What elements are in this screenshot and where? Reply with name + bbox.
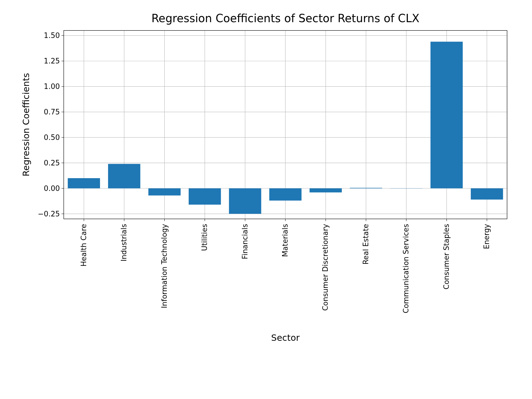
- x-tick-label: Materials: [281, 224, 289, 257]
- x-tick-label: Consumer Discretionary: [321, 224, 329, 311]
- bar-1: [108, 164, 140, 188]
- x-tick-label: Information Technology: [160, 224, 168, 308]
- x-tick-label: Communication Services: [402, 224, 410, 313]
- bar-2: [148, 188, 180, 196]
- bar-7: [350, 188, 382, 188]
- bar-0: [68, 178, 100, 188]
- bar-3: [189, 188, 221, 205]
- x-tick-label: Consumer Staples: [442, 224, 451, 290]
- y-tick-label: 0.75: [44, 108, 60, 116]
- bar-5: [269, 188, 301, 201]
- chart-title: Regression Coefficients of Sector Return…: [151, 12, 419, 25]
- x-axis: Health CareIndustrialsInformation Techno…: [80, 219, 491, 313]
- y-tick-label: 1.25: [44, 57, 60, 65]
- bar-8: [390, 188, 422, 189]
- x-tick-label: Real Estate: [362, 224, 370, 265]
- x-tick-label: Financials: [241, 224, 249, 259]
- y-tick-label: −0.25: [38, 210, 60, 218]
- chart-svg: Regression Coefficients of Sector Return…: [17, 8, 515, 391]
- y-tick-label: 0.50: [44, 133, 60, 142]
- y-tick-label: 0.25: [44, 159, 60, 167]
- y-axis: −0.250.000.250.500.751.001.251.50: [38, 31, 64, 218]
- bar-10: [471, 188, 503, 200]
- chart-container: Regression Coefficients of Sector Return…: [17, 8, 515, 391]
- x-axis-label: Sector: [271, 332, 300, 343]
- bar-9: [431, 42, 463, 188]
- x-tick-label: Utilities: [200, 224, 209, 251]
- y-tick-label: 0.00: [44, 184, 60, 193]
- y-axis-label: Regression Coefficients: [21, 73, 31, 176]
- x-tick-label: Industrials: [120, 224, 128, 261]
- y-tick-label: 1.00: [44, 82, 60, 91]
- y-tick-label: 1.50: [44, 31, 60, 40]
- x-tick-label: Energy: [482, 224, 491, 249]
- bar-6: [310, 188, 342, 193]
- bar-4: [229, 188, 261, 214]
- x-tick-label: Health Care: [80, 224, 88, 267]
